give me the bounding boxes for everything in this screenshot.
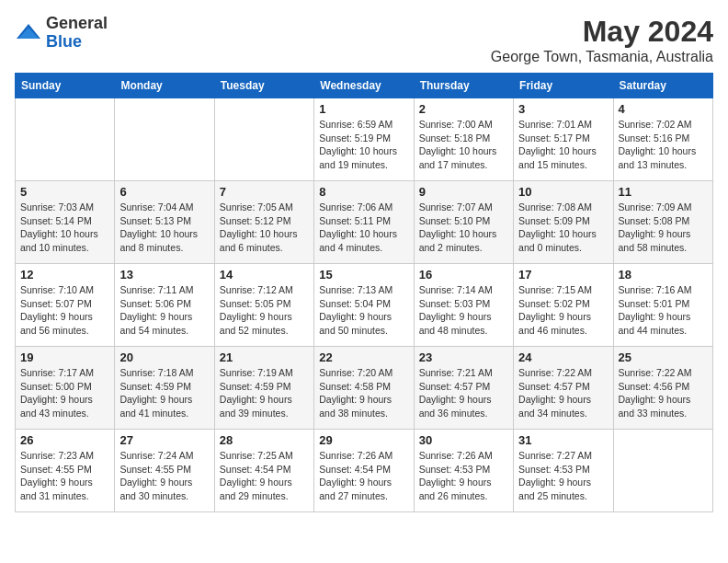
table-row: 2Sunrise: 7:00 AM Sunset: 5:18 PM Daylig… <box>414 98 513 181</box>
table-row: 8Sunrise: 7:06 AM Sunset: 5:11 PM Daylig… <box>314 181 414 264</box>
calendar-table: Sunday Monday Tuesday Wednesday Thursday… <box>15 73 713 512</box>
cell-day-number: 26 <box>20 433 109 447</box>
table-row: 10Sunrise: 7:08 AM Sunset: 5:09 PM Dayli… <box>514 181 613 264</box>
cell-day-number: 15 <box>319 268 408 282</box>
cell-info-text: Sunrise: 7:15 AM Sunset: 5:02 PM Dayligh… <box>518 283 608 338</box>
week-row-2: 5Sunrise: 7:03 AM Sunset: 5:14 PM Daylig… <box>16 181 713 264</box>
table-row: 14Sunrise: 7:12 AM Sunset: 5:05 PM Dayli… <box>214 264 313 347</box>
cell-info-text: Sunrise: 6:59 AM Sunset: 5:19 PM Dayligh… <box>319 118 408 172</box>
calendar-subtitle: George Town, Tasmania, Australia <box>491 49 713 65</box>
header-wednesday: Wednesday <box>314 74 414 98</box>
cell-day-number: 28 <box>220 433 309 447</box>
cell-day-number: 30 <box>419 433 508 447</box>
cell-day-number: 19 <box>20 350 109 364</box>
week-row-1: 1Sunrise: 6:59 AM Sunset: 5:19 PM Daylig… <box>16 98 713 181</box>
table-row <box>214 98 313 181</box>
week-row-3: 12Sunrise: 7:10 AM Sunset: 5:07 PM Dayli… <box>16 264 713 347</box>
table-row: 6Sunrise: 7:04 AM Sunset: 5:13 PM Daylig… <box>115 181 214 264</box>
cell-day-number: 5 <box>20 185 109 199</box>
table-row <box>115 98 214 181</box>
cell-day-number: 17 <box>518 268 608 282</box>
table-row: 1Sunrise: 6:59 AM Sunset: 5:19 PM Daylig… <box>314 98 414 181</box>
cell-info-text: Sunrise: 7:10 AM Sunset: 5:07 PM Dayligh… <box>20 283 109 338</box>
table-row: 25Sunrise: 7:22 AM Sunset: 4:56 PM Dayli… <box>613 347 712 430</box>
table-row: 5Sunrise: 7:03 AM Sunset: 5:14 PM Daylig… <box>16 181 115 264</box>
cell-info-text: Sunrise: 7:04 AM Sunset: 5:13 PM Dayligh… <box>119 201 209 255</box>
table-row: 4Sunrise: 7:02 AM Sunset: 5:16 PM Daylig… <box>613 98 712 181</box>
cell-day-number: 22 <box>319 350 408 364</box>
cell-info-text: Sunrise: 7:26 AM Sunset: 4:53 PM Dayligh… <box>419 449 508 503</box>
table-row: 9Sunrise: 7:07 AM Sunset: 5:10 PM Daylig… <box>414 181 513 264</box>
table-row: 26Sunrise: 7:23 AM Sunset: 4:55 PM Dayli… <box>16 430 115 512</box>
table-row: 31Sunrise: 7:27 AM Sunset: 4:53 PM Dayli… <box>514 430 613 512</box>
cell-info-text: Sunrise: 7:18 AM Sunset: 4:59 PM Dayligh… <box>119 366 209 420</box>
cell-day-number: 18 <box>619 268 708 282</box>
cell-info-text: Sunrise: 7:22 AM Sunset: 4:57 PM Dayligh… <box>518 366 608 420</box>
cell-info-text: Sunrise: 7:12 AM Sunset: 5:05 PM Dayligh… <box>220 283 309 338</box>
cell-info-text: Sunrise: 7:20 AM Sunset: 4:58 PM Dayligh… <box>319 366 408 420</box>
table-row: 30Sunrise: 7:26 AM Sunset: 4:53 PM Dayli… <box>414 430 513 512</box>
logo-icon <box>15 22 42 44</box>
table-row: 27Sunrise: 7:24 AM Sunset: 4:55 PM Dayli… <box>115 430 214 512</box>
header-monday: Monday <box>115 74 214 98</box>
cell-info-text: Sunrise: 7:13 AM Sunset: 5:04 PM Dayligh… <box>319 283 408 338</box>
cell-day-number: 8 <box>319 185 408 199</box>
cell-info-text: Sunrise: 7:26 AM Sunset: 4:54 PM Dayligh… <box>319 449 408 503</box>
table-row: 13Sunrise: 7:11 AM Sunset: 5:06 PM Dayli… <box>115 264 214 347</box>
table-row: 11Sunrise: 7:09 AM Sunset: 5:08 PM Dayli… <box>613 181 712 264</box>
cell-info-text: Sunrise: 7:05 AM Sunset: 5:12 PM Dayligh… <box>220 201 309 255</box>
table-row: 16Sunrise: 7:14 AM Sunset: 5:03 PM Dayli… <box>414 264 513 347</box>
table-row: 21Sunrise: 7:19 AM Sunset: 4:59 PM Dayli… <box>214 347 313 430</box>
cell-day-number: 13 <box>119 268 209 282</box>
logo-blue-text: Blue <box>46 32 82 51</box>
cell-day-number: 21 <box>220 350 309 364</box>
cell-info-text: Sunrise: 7:07 AM Sunset: 5:10 PM Dayligh… <box>419 201 508 255</box>
cell-info-text: Sunrise: 7:22 AM Sunset: 4:56 PM Dayligh… <box>619 366 708 420</box>
table-row: 12Sunrise: 7:10 AM Sunset: 5:07 PM Dayli… <box>16 264 115 347</box>
table-row: 23Sunrise: 7:21 AM Sunset: 4:57 PM Dayli… <box>414 347 513 430</box>
cell-info-text: Sunrise: 7:16 AM Sunset: 5:01 PM Dayligh… <box>619 283 708 338</box>
logo: General Blue <box>15 15 108 52</box>
cell-day-number: 20 <box>119 350 209 364</box>
table-row: 22Sunrise: 7:20 AM Sunset: 4:58 PM Dayli… <box>314 347 414 430</box>
table-row: 15Sunrise: 7:13 AM Sunset: 5:04 PM Dayli… <box>314 264 414 347</box>
cell-info-text: Sunrise: 7:00 AM Sunset: 5:18 PM Dayligh… <box>419 118 508 172</box>
cell-info-text: Sunrise: 7:11 AM Sunset: 5:06 PM Dayligh… <box>119 283 209 338</box>
cell-day-number: 27 <box>119 433 209 447</box>
cell-info-text: Sunrise: 7:01 AM Sunset: 5:17 PM Dayligh… <box>518 118 608 172</box>
cell-info-text: Sunrise: 7:24 AM Sunset: 4:55 PM Dayligh… <box>119 449 209 503</box>
cell-day-number: 16 <box>419 268 508 282</box>
cell-info-text: Sunrise: 7:03 AM Sunset: 5:14 PM Dayligh… <box>20 201 109 255</box>
table-row: 28Sunrise: 7:25 AM Sunset: 4:54 PM Dayli… <box>214 430 313 512</box>
table-row: 29Sunrise: 7:26 AM Sunset: 4:54 PM Dayli… <box>314 430 414 512</box>
cell-day-number: 7 <box>220 185 309 199</box>
cell-info-text: Sunrise: 7:08 AM Sunset: 5:09 PM Dayligh… <box>518 201 608 255</box>
cell-info-text: Sunrise: 7:02 AM Sunset: 5:16 PM Dayligh… <box>619 118 708 172</box>
table-row: 20Sunrise: 7:18 AM Sunset: 4:59 PM Dayli… <box>115 347 214 430</box>
page-header: General Blue May 2024 George Town, Tasma… <box>15 15 713 65</box>
cell-day-number: 14 <box>220 268 309 282</box>
cell-day-number: 4 <box>619 102 708 116</box>
cell-day-number: 31 <box>518 433 608 447</box>
cell-info-text: Sunrise: 7:25 AM Sunset: 4:54 PM Dayligh… <box>220 449 309 503</box>
header-sunday: Sunday <box>16 74 115 98</box>
header-saturday: Saturday <box>613 74 712 98</box>
cell-info-text: Sunrise: 7:09 AM Sunset: 5:08 PM Dayligh… <box>619 201 708 255</box>
cell-day-number: 25 <box>619 350 708 364</box>
cell-day-number: 11 <box>619 185 708 199</box>
title-block: May 2024 George Town, Tasmania, Australi… <box>491 15 713 65</box>
header-friday: Friday <box>514 74 613 98</box>
cell-day-number: 29 <box>319 433 408 447</box>
table-row: 24Sunrise: 7:22 AM Sunset: 4:57 PM Dayli… <box>514 347 613 430</box>
week-row-5: 26Sunrise: 7:23 AM Sunset: 4:55 PM Dayli… <box>16 430 713 512</box>
cell-day-number: 12 <box>20 268 109 282</box>
logo-general-text: General <box>46 14 108 32</box>
cell-info-text: Sunrise: 7:21 AM Sunset: 4:57 PM Dayligh… <box>419 366 508 420</box>
cell-day-number: 3 <box>518 102 608 116</box>
header-tuesday: Tuesday <box>214 74 313 98</box>
calendar-title: May 2024 <box>491 15 713 49</box>
calendar-header-row: Sunday Monday Tuesday Wednesday Thursday… <box>16 74 713 98</box>
cell-info-text: Sunrise: 7:19 AM Sunset: 4:59 PM Dayligh… <box>220 366 309 420</box>
cell-info-text: Sunrise: 7:17 AM Sunset: 5:00 PM Dayligh… <box>20 366 109 420</box>
table-row: 3Sunrise: 7:01 AM Sunset: 5:17 PM Daylig… <box>514 98 613 181</box>
